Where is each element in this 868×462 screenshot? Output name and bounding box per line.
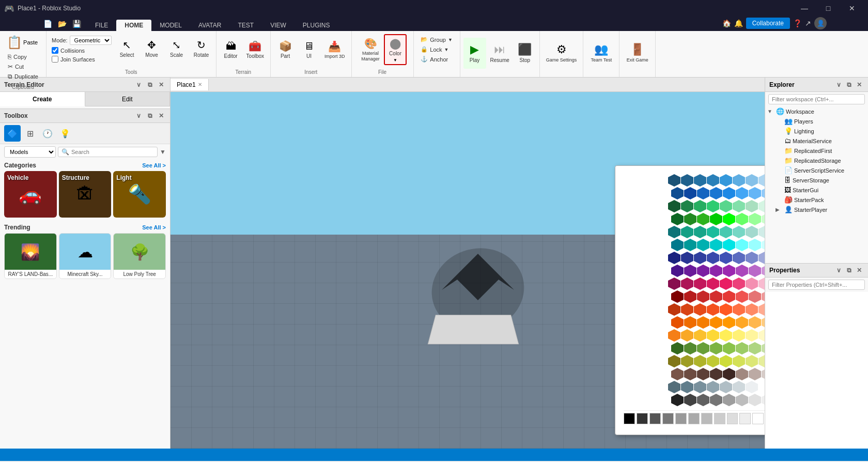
props-chevron[interactable]: ∨ xyxy=(834,267,843,274)
color-cell[interactable] xyxy=(694,174,706,187)
explorer-filter[interactable] xyxy=(768,94,865,104)
resume-button[interactable]: ⏭ Resume xyxy=(487,38,513,69)
color-cell[interactable] xyxy=(684,187,696,199)
color-cell[interactable] xyxy=(697,239,709,251)
tree-item[interactable]: 📁ReplicatedFirst xyxy=(765,146,868,156)
minimize-button[interactable]: — xyxy=(793,0,816,17)
ui-button[interactable]: 🖥 UI xyxy=(298,34,320,65)
color-cell[interactable] xyxy=(720,329,732,342)
home-icon[interactable]: 🏠 xyxy=(722,19,731,27)
explorer-expand[interactable]: ⧉ xyxy=(844,81,854,88)
bottom-color-cell[interactable] xyxy=(688,413,700,424)
move-button[interactable]: ✥ Move xyxy=(141,33,163,64)
share-icon[interactable]: ↗ xyxy=(805,19,811,27)
see-all-trending[interactable]: See All > xyxy=(142,224,166,230)
color-cell[interactable] xyxy=(684,342,696,355)
color-cell[interactable] xyxy=(671,213,684,225)
terrain-editor-expand[interactable]: ⧉ xyxy=(145,81,154,88)
properties-filter[interactable] xyxy=(768,280,865,290)
color-cell[interactable] xyxy=(707,252,719,264)
color-cell[interactable] xyxy=(694,278,706,290)
color-cell[interactable] xyxy=(762,368,765,380)
color-cell[interactable] xyxy=(671,394,684,406)
color-cell[interactable] xyxy=(762,239,765,251)
color-cell[interactable] xyxy=(668,200,680,212)
color-cell[interactable] xyxy=(707,278,719,290)
color-cell[interactable] xyxy=(710,316,722,329)
color-cell[interactable] xyxy=(762,213,765,225)
color-cell[interactable] xyxy=(710,368,722,380)
color-cell[interactable] xyxy=(758,278,765,290)
color-cell[interactable] xyxy=(758,226,765,238)
color-cell[interactable] xyxy=(697,290,709,303)
bottom-color-cell[interactable] xyxy=(662,413,674,424)
color-cell[interactable] xyxy=(723,187,735,199)
toolbar-icon-open[interactable]: 📂 xyxy=(56,18,68,30)
color-cell[interactable] xyxy=(736,290,748,303)
rotate-button[interactable]: ↻ Rotate xyxy=(190,33,213,64)
see-all-categories[interactable]: See All > xyxy=(142,162,166,168)
mode-select[interactable]: Geometric xyxy=(70,36,112,45)
color-cell[interactable] xyxy=(671,290,684,303)
color-cell[interactable] xyxy=(746,278,758,290)
color-cell[interactable] xyxy=(746,252,758,264)
color-cell[interactable] xyxy=(697,265,709,277)
category-structure[interactable]: 🏚 Structure xyxy=(59,171,112,218)
select-button[interactable]: ↖ Select xyxy=(116,33,138,64)
color-cell[interactable] xyxy=(736,394,748,406)
tab-view[interactable]: VIEW xyxy=(262,20,295,31)
color-cell[interactable] xyxy=(720,303,732,316)
color-cell[interactable] xyxy=(707,303,719,316)
color-cell[interactable] xyxy=(681,252,693,264)
color-cell[interactable] xyxy=(723,342,735,355)
color-cell[interactable] xyxy=(758,174,765,187)
color-cell[interactable] xyxy=(758,355,765,367)
color-cell[interactable] xyxy=(749,342,761,355)
category-light[interactable]: 🔦 Light xyxy=(113,171,166,218)
viewport-tab-close[interactable]: ✕ xyxy=(198,82,202,87)
toolbox-close[interactable]: ✕ xyxy=(157,112,166,119)
color-cell[interactable] xyxy=(736,265,748,277)
color-cell[interactable] xyxy=(684,316,696,329)
import3d-button[interactable]: 📥 Import 3D xyxy=(321,34,348,65)
toolbox-meshes-icon[interactable]: ⊞ xyxy=(22,125,38,142)
group-button[interactable]: 📂 Group ▼ xyxy=(417,35,456,44)
color-cell[interactable] xyxy=(758,200,765,212)
color-cell[interactable] xyxy=(746,303,758,316)
color-cell[interactable] xyxy=(720,278,732,290)
toolbox-chevron[interactable]: ∨ xyxy=(134,112,143,119)
color-cell[interactable] xyxy=(684,368,696,380)
bottom-color-cell[interactable] xyxy=(752,413,764,424)
color-cell[interactable] xyxy=(762,342,765,355)
color-cell[interactable] xyxy=(668,226,680,238)
color-cell[interactable] xyxy=(710,342,722,355)
color-cell[interactable] xyxy=(697,213,709,225)
color-cell[interactable] xyxy=(758,303,765,316)
color-cell[interactable] xyxy=(671,316,684,329)
color-cell[interactable] xyxy=(720,200,732,212)
color-button[interactable]: ⬤ Color ▼ xyxy=(384,34,407,65)
tree-item[interactable]: 💡Lighting xyxy=(765,126,868,136)
exit-game-button[interactable]: 🚪 Exit Game xyxy=(624,38,652,69)
color-cell[interactable] xyxy=(710,265,722,277)
color-cell[interactable] xyxy=(681,278,693,290)
color-cell[interactable] xyxy=(733,278,745,290)
paste-button[interactable]: 📋 Paste xyxy=(5,33,40,52)
maximize-button[interactable]: □ xyxy=(816,0,840,17)
toolbox-expand[interactable]: ⧉ xyxy=(145,112,154,119)
color-cell[interactable] xyxy=(723,316,735,329)
explorer-close[interactable]: ✕ xyxy=(855,81,864,88)
props-close[interactable]: ✕ xyxy=(855,267,864,274)
color-cell[interactable] xyxy=(749,265,761,277)
color-cell[interactable] xyxy=(746,329,758,342)
color-cell[interactable] xyxy=(733,200,745,212)
terrain-editor-chevron[interactable]: ∨ xyxy=(134,81,143,88)
color-cell[interactable] xyxy=(749,290,761,303)
color-cell[interactable] xyxy=(723,394,735,406)
filter-icon[interactable]: ▼ xyxy=(160,148,166,156)
color-cell[interactable] xyxy=(684,213,696,225)
color-cell[interactable] xyxy=(762,316,765,329)
notification-icon[interactable]: 🔔 xyxy=(734,19,743,27)
color-cell[interactable] xyxy=(684,290,696,303)
tab-model[interactable]: MODEL xyxy=(151,20,190,31)
